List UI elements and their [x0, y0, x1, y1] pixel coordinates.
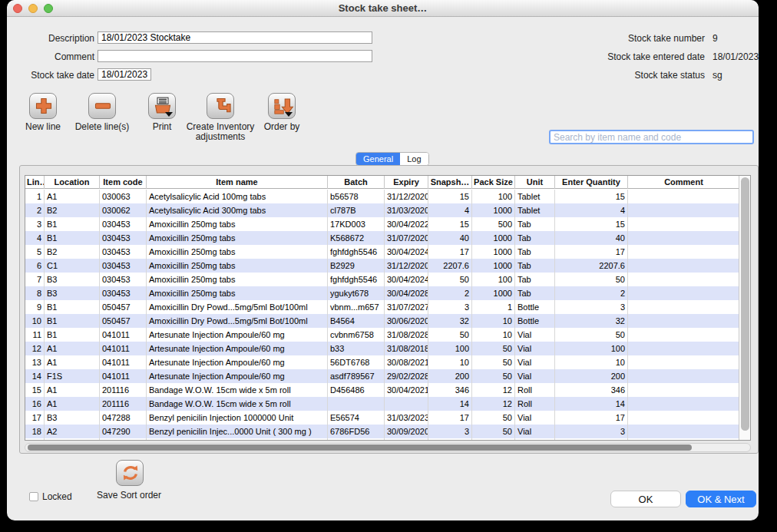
table-row[interactable]: 10B1050457Amoxicillin Dry Powd...5mg/5ml…: [25, 314, 739, 328]
table-cell[interactable]: Amoxicillin 250mg tabs: [147, 259, 328, 273]
table-cell[interactable]: 041011: [100, 355, 147, 369]
table-cell[interactable]: B1: [45, 314, 100, 328]
table-cell[interactable]: 30/04/2028: [385, 286, 428, 300]
column-header[interactable]: Pack Size: [472, 176, 515, 189]
table-cell[interactable]: 2: [25, 203, 45, 217]
table-cell[interactable]: 31/03/2023: [385, 411, 428, 425]
table-cell[interactable]: [628, 300, 739, 314]
table-cell[interactable]: 31/08/2018: [385, 342, 428, 355]
table-cell[interactable]: 030453: [100, 273, 147, 286]
table-cell[interactable]: 3: [428, 300, 472, 314]
table-cell[interactable]: A1: [45, 355, 100, 369]
table-cell[interactable]: [385, 397, 428, 411]
table-cell[interactable]: Tab: [515, 245, 555, 259]
table-cell[interactable]: Vial: [515, 425, 555, 438]
table-cell[interactable]: 346: [428, 383, 472, 397]
table-cell[interactable]: Roll: [515, 397, 555, 411]
table-row[interactable]: 15A1201116Bandage W.O.W. 15cm wide x 5m …: [25, 383, 739, 397]
table-cell[interactable]: [628, 259, 739, 273]
horizontal-scrollbar[interactable]: [25, 443, 751, 452]
table-cell[interactable]: 50: [472, 425, 515, 438]
table-cell[interactable]: 18: [25, 425, 45, 438]
table-cell[interactable]: [628, 286, 739, 300]
table-cell[interactable]: 1000: [472, 286, 515, 300]
table-cell[interactable]: Bandage W.O.W. 15cm wide x 5m roll: [147, 397, 328, 411]
table-cell[interactable]: 1000: [472, 245, 515, 259]
table-cell[interactable]: B2929: [328, 259, 385, 273]
table-cell[interactable]: F1S: [45, 369, 100, 383]
column-header[interactable]: Item code: [100, 176, 147, 189]
table-cell[interactable]: Amoxicillin 250mg tabs: [147, 273, 328, 286]
table-cell[interactable]: Bottle: [515, 314, 555, 328]
table-cell[interactable]: 17: [428, 411, 472, 425]
table-cell[interactable]: 1: [472, 300, 515, 314]
table-cell[interactable]: B3: [45, 286, 100, 300]
table-cell[interactable]: Tab: [515, 286, 555, 300]
table-cell[interactable]: Vial: [515, 411, 555, 425]
table-cell[interactable]: 2207.6: [555, 259, 628, 273]
table-cell[interactable]: 050457: [100, 314, 147, 328]
table-cell[interactable]: 050457: [100, 300, 147, 314]
table-cell[interactable]: Tab: [515, 273, 555, 286]
table-cell[interactable]: C1: [45, 259, 100, 273]
table-cell[interactable]: 29/02/2028: [385, 369, 428, 383]
vertical-scrollbar-thumb[interactable]: [741, 177, 749, 431]
table-cell[interactable]: 10: [472, 314, 515, 328]
tab-general[interactable]: General: [356, 153, 400, 165]
column-header[interactable]: Item name: [147, 176, 328, 189]
table-cell[interactable]: Benzyl penicilin Injec...0000 Unit ( 300…: [147, 425, 328, 438]
close-button[interactable]: [13, 4, 22, 13]
table-cell[interactable]: Acetylsalicylic Acid 100mg tabs: [147, 190, 328, 203]
table-cell[interactable]: Amoxicillin Dry Powd...5mg/5ml Bot/100ml: [147, 314, 328, 328]
table-cell[interactable]: 10: [555, 355, 628, 369]
table-cell[interactable]: L30407: [328, 438, 385, 441]
table-cell[interactable]: [628, 217, 739, 231]
table-cell[interactable]: Tablet: [515, 203, 555, 217]
table-cell[interactable]: [628, 425, 739, 438]
table-cell[interactable]: 31/08/2028: [385, 328, 428, 342]
table-cell[interactable]: Amoxicillin 250mg tabs: [147, 245, 328, 259]
table-cell[interactable]: fghfdgh5546: [328, 273, 385, 286]
table-cell[interactable]: 12: [472, 397, 515, 411]
table-cell[interactable]: 1000: [472, 259, 515, 273]
table-cell[interactable]: Vial: [515, 369, 555, 383]
table-cell[interactable]: 1000: [472, 203, 515, 217]
table-cell[interactable]: 40: [555, 231, 628, 245]
table-cell[interactable]: 50: [472, 411, 515, 425]
table-cell[interactable]: Amoxicillin 250mg tabs: [147, 231, 328, 245]
table-cell[interactable]: 50: [555, 273, 628, 286]
table-cell[interactable]: 30/04/2024: [385, 245, 428, 259]
table-cell[interactable]: [628, 342, 739, 355]
table-cell[interactable]: 1: [25, 190, 45, 203]
table-cell[interactable]: 047290: [100, 438, 147, 441]
table-cell[interactable]: 201116: [100, 383, 147, 397]
table-cell[interactable]: 1000: [472, 231, 515, 245]
order-by-button[interactable]: [268, 93, 296, 119]
table-cell[interactable]: 030063: [100, 190, 147, 203]
table-cell[interactable]: 346: [555, 383, 628, 397]
table-cell[interactable]: ygukyt678: [328, 286, 385, 300]
table-cell[interactable]: 1000: [428, 438, 472, 441]
table-row[interactable]: 1A1030063Acetylsalicylic Acid 100mg tabs…: [25, 190, 739, 203]
table-cell[interactable]: 030453: [100, 231, 147, 245]
table-cell[interactable]: 1000: [555, 438, 628, 441]
horizontal-scrollbar-thumb[interactable]: [28, 444, 692, 451]
table-cell[interactable]: 5: [25, 245, 45, 259]
table-cell[interactable]: 30/06/2020: [385, 314, 428, 328]
column-header[interactable]: Comment: [628, 176, 740, 189]
table-cell[interactable]: Tablet: [515, 190, 555, 203]
table-cell[interactable]: Benzyl penicilin Injec...0000 Unit ( 300…: [147, 438, 328, 441]
table-cell[interactable]: 40: [428, 231, 472, 245]
table-cell[interactable]: 31/12/2020: [385, 190, 428, 203]
table-cell[interactable]: 14: [25, 369, 45, 383]
table-row[interactable]: 2B2030062Acetylsalicylic Acid 300mg tabs…: [25, 203, 739, 217]
zoom-button[interactable]: [44, 4, 53, 13]
table-cell[interactable]: Benzyl penicilin Injection 1000000 Unit: [147, 411, 328, 425]
table-cell[interactable]: 10: [25, 314, 45, 328]
table-cell[interactable]: vbnm...m657: [328, 300, 385, 314]
table-cell[interactable]: 50: [472, 438, 515, 441]
table-cell[interactable]: 30/04/2022: [385, 217, 428, 231]
table-row[interactable]: 6C1030453Amoxicillin 250mg tabsB292931/1…: [25, 259, 739, 273]
stock-take-date-input[interactable]: [98, 68, 151, 81]
table-cell[interactable]: Bottle: [515, 300, 555, 314]
